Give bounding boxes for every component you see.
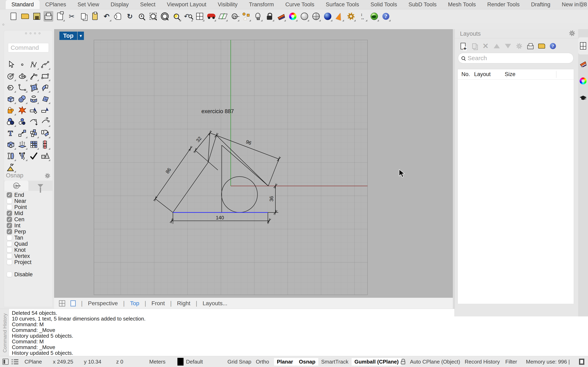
zoom-icon[interactable]: + — [137, 11, 146, 22]
layout-settings-icon[interactable] — [515, 42, 523, 50]
command-input[interactable] — [8, 43, 49, 52]
zoom-window-icon[interactable] — [148, 11, 158, 22]
curve-icon[interactable] — [39, 59, 51, 70]
menu-item[interactable]: Curve Tools — [279, 0, 320, 9]
pan-icon[interactable] — [113, 11, 123, 22]
rectangle-icon[interactable] — [39, 70, 51, 82]
layouts-help-icon[interactable]: ? — [549, 42, 557, 50]
wireframe-sphere-icon[interactable] — [311, 11, 321, 22]
osnap-checkbox[interactable]: ✓ — [7, 198, 12, 204]
disable-checkbox[interactable]: ✓ — [7, 272, 12, 277]
move-icon[interactable] — [17, 127, 28, 139]
help-icon[interactable]: ? — [381, 11, 391, 22]
shaded-sphere-icon[interactable] — [323, 11, 333, 22]
history-list-icon[interactable] — [11, 356, 19, 367]
export-icon[interactable] — [55, 11, 65, 22]
menu-item[interactable]: Transform — [243, 0, 279, 9]
rotate-icon[interactable] — [39, 127, 51, 139]
wedge-icon[interactable] — [276, 11, 286, 22]
column-no[interactable]: No. — [458, 71, 474, 77]
cut-icon[interactable]: ✂ — [67, 11, 77, 22]
osnap-toggle[interactable]: Osnap — [296, 356, 318, 367]
copy-icon[interactable] — [78, 11, 88, 22]
osnap-checkbox[interactable]: ✓ — [7, 253, 12, 259]
menu-item[interactable]: Standard — [6, 0, 40, 9]
print-layout-icon[interactable] — [527, 42, 534, 50]
curve-edit-icon[interactable] — [28, 116, 39, 127]
duplicate-icon[interactable] — [28, 127, 39, 139]
color-tab[interactable] — [578, 72, 588, 90]
arc-icon[interactable] — [28, 70, 39, 82]
torus-icon[interactable] — [28, 93, 39, 105]
layouts-tab[interactable] — [578, 37, 588, 54]
menu-item[interactable]: Select — [134, 0, 161, 9]
units-selector[interactable]: Meters — [149, 356, 165, 367]
boolean-dark-icon[interactable] — [5, 116, 17, 127]
point-icon[interactable] — [17, 59, 28, 70]
menu-item[interactable]: Mesh Tools — [442, 0, 481, 9]
viewport-layout-icon[interactable] — [195, 11, 205, 22]
filter-toggle[interactable]: Filter — [505, 356, 517, 367]
explode-icon[interactable] — [17, 105, 28, 116]
zoom-selected-icon[interactable] — [160, 11, 170, 22]
osnap-checkbox[interactable]: ✓ — [7, 235, 12, 240]
print-icon[interactable] — [43, 11, 53, 22]
menu-item[interactable]: Surface Tools — [320, 0, 365, 9]
viewport-tab[interactable]: Front — [151, 300, 165, 307]
osnap-gear-icon[interactable] — [45, 173, 50, 178]
solid-cube-icon[interactable] — [5, 139, 17, 150]
panel-toggle-icon[interactable] — [2, 356, 9, 367]
new-layout-icon[interactable] — [459, 42, 467, 50]
lock-status-icon[interactable] — [401, 356, 405, 367]
viewport-title-menu[interactable]: Top ▾ — [60, 32, 84, 40]
delete-layout-icon[interactable]: ✕ — [482, 42, 489, 50]
cplane-selector[interactable]: CPlane — [25, 356, 42, 367]
extrude-icon[interactable] — [17, 139, 28, 150]
open-file-icon[interactable] — [20, 11, 30, 22]
car-icon[interactable] — [207, 11, 216, 22]
person-split-icon[interactable] — [17, 150, 28, 162]
undo-view-icon[interactable]: ↶ — [183, 11, 193, 22]
cplane-icon[interactable] — [218, 11, 228, 22]
osnap-checkbox[interactable]: ✓ — [7, 211, 12, 216]
viewport-tab[interactable]: Perspective — [88, 300, 118, 307]
menu-item[interactable]: SubD Tools — [403, 0, 442, 9]
menu-gear-icon[interactable] — [579, 2, 584, 7]
dimension-icon[interactable]: ↕↔ — [358, 11, 367, 22]
text-icon[interactable]: T — [5, 127, 17, 139]
mirror-icon[interactable] — [39, 139, 51, 150]
spheres-icon[interactable] — [17, 93, 28, 105]
sphere-icon[interactable] — [300, 11, 309, 22]
paste-icon[interactable] — [90, 11, 100, 22]
record-history-toggle[interactable]: Record History — [465, 356, 500, 367]
viewport-tab[interactable]: Right — [177, 300, 190, 307]
split-icon[interactable] — [39, 105, 51, 116]
curve-handlebar-icon[interactable] — [39, 116, 51, 127]
four-viewports-icon[interactable] — [59, 300, 65, 307]
primitives-icon[interactable] — [39, 150, 51, 162]
menu-item[interactable]: Viewport Layout — [161, 0, 212, 9]
offset-surfaces-icon[interactable] — [5, 150, 17, 162]
planar-toggle[interactable]: Planar — [274, 356, 296, 367]
grid-snap-toggle[interactable]: Grid Snap — [227, 356, 251, 367]
select-circle-icon[interactable] — [230, 11, 240, 22]
polyline-icon[interactable] — [28, 59, 39, 70]
osnap-checkbox[interactable]: ✓ — [7, 192, 12, 198]
move-up-icon[interactable] — [493, 42, 501, 50]
circle-icon[interactable] — [5, 70, 17, 82]
ortho-toggle[interactable]: Ortho — [256, 356, 269, 367]
osnap-checkbox[interactable]: ✓ — [7, 217, 12, 222]
column-layout[interactable]: Layout — [474, 71, 505, 77]
viewport-tab[interactable]: Top — [130, 300, 139, 307]
new-file-icon[interactable] — [9, 11, 18, 22]
lightbulb-icon[interactable] — [253, 11, 263, 22]
column-size[interactable]: Size — [505, 71, 516, 77]
patch-surface-icon[interactable] — [39, 82, 51, 93]
osnap-checkbox[interactable]: ✓ — [7, 223, 12, 228]
osnap-checkbox[interactable]: ✓ — [7, 205, 12, 210]
menu-item[interactable]: Set View — [72, 0, 105, 9]
osnap-checkbox[interactable]: ✓ — [7, 229, 12, 234]
menu-item[interactable]: Display — [105, 0, 135, 9]
save-icon[interactable] — [32, 11, 42, 22]
single-viewport-icon[interactable] — [70, 300, 76, 307]
